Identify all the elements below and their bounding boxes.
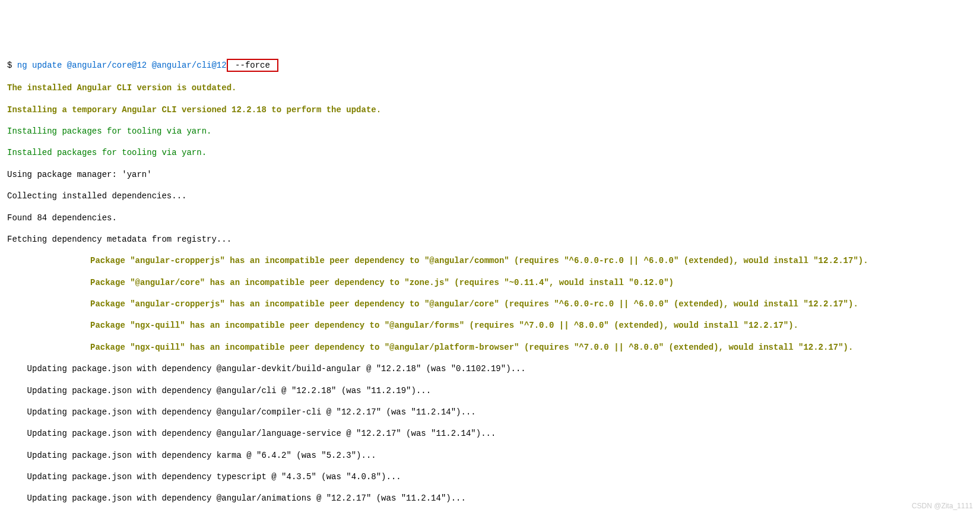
output-line: Installed packages for tooling via yarn. (7, 147, 973, 158)
peer-warning: Package "angular-cropperjs" has an incom… (7, 255, 973, 266)
update-line: Updating package.json with dependency @a… (7, 385, 973, 396)
prompt: $ (7, 61, 17, 70)
peer-warning: Package "angular-cropperjs" has an incom… (7, 299, 973, 309)
output-line: Collecting installed dependencies... (7, 191, 973, 201)
output-line: Installing packages for tooling via yarn… (7, 126, 973, 137)
output-line: Fetching dependency metadata from regist… (7, 234, 973, 245)
update-line: Updating package.json with dependency ka… (7, 450, 973, 461)
peer-warning: Package "ngx-quill" has an incompatible … (7, 342, 973, 353)
output-line: Using package manager: 'yarn' (7, 169, 973, 180)
peer-warning: Package "ngx-quill" has an incompatible … (7, 320, 973, 331)
update-line: Updating package.json with dependency @a… (7, 428, 973, 439)
output-line: Installing a temporary Angular CLI versi… (7, 105, 973, 115)
update-line: Updating package.json with dependency ty… (7, 471, 973, 482)
terminal-output: $ ng update @angular/core@12 @angular/cl… (7, 48, 973, 516)
watermark: CSDN @Zita_1111 (912, 502, 973, 511)
update-line: Updating package.json with dependency @a… (7, 363, 973, 374)
update-line: Updating package.json with dependency @a… (7, 407, 973, 417)
output-line: The installed Angular CLI version is out… (7, 83, 973, 93)
command-text: ng update @angular/core@12 @angular/cli@… (17, 61, 227, 70)
output-line: Found 84 dependencies. (7, 213, 973, 223)
peer-warning: Package "@angular/core" has an incompati… (7, 277, 973, 288)
update-line: Updating package.json with dependency @a… (7, 493, 973, 504)
command-line: $ ng update @angular/core@12 @angular/cl… (7, 59, 973, 72)
force-flag-highlighted: --force (227, 59, 279, 72)
